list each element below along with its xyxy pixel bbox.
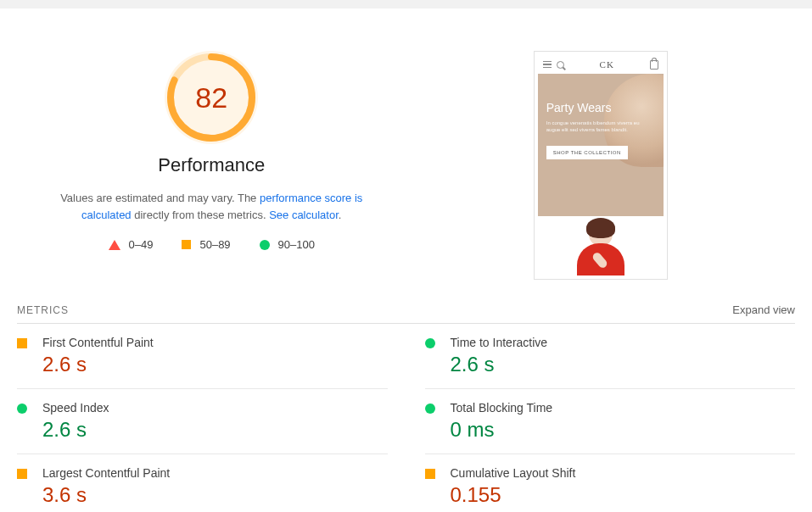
metric-row: Speed Index2.6 s <box>17 389 388 454</box>
performance-description: Values are estimated and may vary. The p… <box>42 190 381 223</box>
metric-status-icon <box>425 469 435 479</box>
preview-hero-subtitle: In congue venenatis bibendum viverra eu … <box>546 120 648 134</box>
metric-body: Largest Contentful Paint3.6 s <box>42 466 388 507</box>
preview-hero: Party Wears In congue venenatis bibendum… <box>538 74 664 216</box>
metric-status-icon <box>17 338 27 348</box>
metric-name: Time to Interactive <box>451 336 796 349</box>
metric-body: Cumulative Layout Shift0.155 <box>451 466 796 507</box>
metric-value: 2.6 s <box>451 353 796 376</box>
person-body <box>577 243 624 275</box>
legend-avg-label: 50–89 <box>199 238 230 251</box>
metric-row: Time to Interactive2.6 s <box>425 324 796 389</box>
legend-fail-label: 0–49 <box>129 238 154 251</box>
window-topbar <box>0 0 812 8</box>
metric-status-icon <box>17 469 27 479</box>
metric-value: 2.6 s <box>42 353 388 376</box>
metric-value: 0.155 <box>451 483 796 507</box>
preview-hero-title: Party Wears <box>546 101 655 114</box>
metric-name: Total Blocking Time <box>451 401 796 415</box>
metric-name: First Contentful Paint <box>42 336 388 349</box>
metrics-column-right: Time to Interactive2.6 sTotal Blocking T… <box>425 324 796 512</box>
legend-fail: 0–49 <box>109 238 154 251</box>
legend-good: 90–100 <box>260 238 315 251</box>
legend-good-label: 90–100 <box>278 238 315 251</box>
metrics-column-left: First Contentful Paint2.6 sSpeed Index2.… <box>17 324 388 512</box>
metric-status-icon <box>17 403 27 414</box>
metric-name: Largest Contentful Paint <box>42 466 388 480</box>
desc-text: . <box>339 209 342 221</box>
metric-name: Cumulative Layout Shift <box>451 466 796 480</box>
metrics-header: METRICS Expand view <box>0 303 812 316</box>
metrics-grid: First Contentful Paint2.6 sSpeed Index2.… <box>0 324 812 512</box>
hamburger-icon <box>543 61 552 69</box>
metric-body: Speed Index2.6 s <box>42 401 388 442</box>
preview-shop-button: SHOP THE COLLECTION <box>546 146 628 159</box>
legend-avg: 50–89 <box>182 238 230 251</box>
metric-row: Cumulative Layout Shift0.155 <box>425 454 796 512</box>
performance-gauge: 82 <box>165 51 258 144</box>
performance-title: Performance <box>158 154 265 176</box>
preview-topbar: CK <box>538 55 664 74</box>
person-hair <box>586 218 615 238</box>
score-legend: 0–49 50–89 90–100 <box>109 238 315 251</box>
metric-body: Time to Interactive2.6 s <box>451 336 796 376</box>
metric-row: Largest Contentful Paint3.6 s <box>17 454 388 512</box>
expand-view-button[interactable]: Expand view <box>732 303 795 316</box>
circle-icon <box>260 240 270 250</box>
metric-value: 0 ms <box>451 418 796 442</box>
metric-status-icon <box>425 338 435 348</box>
screenshot-thumbnail[interactable]: CK Party Wears In congue venenatis biben… <box>534 51 668 280</box>
metric-value: 3.6 s <box>42 483 388 507</box>
preview-person-image <box>576 221 625 275</box>
header-section: 82 Performance Values are estimated and … <box>0 51 812 280</box>
desc-text: Values are estimated and may vary. The <box>60 192 260 204</box>
metric-value: 2.6 s <box>42 418 388 442</box>
see-calculator-link[interactable]: See calculator <box>269 209 339 221</box>
search-icon <box>557 61 564 69</box>
performance-score: 82 <box>165 51 258 144</box>
screenshot-preview-panel: CK Party Wears In congue venenatis biben… <box>406 51 796 280</box>
person-arm <box>591 251 608 270</box>
triangle-icon <box>109 240 120 250</box>
metric-body: First Contentful Paint2.6 s <box>42 336 388 376</box>
metrics-label: METRICS <box>17 304 69 316</box>
metric-row: First Contentful Paint2.6 s <box>17 324 388 389</box>
performance-panel: 82 Performance Values are estimated and … <box>17 51 406 280</box>
shopping-bag-icon <box>650 60 658 70</box>
preview-inner: CK Party Wears In congue venenatis biben… <box>538 55 664 275</box>
preview-logo: CK <box>569 59 645 70</box>
metric-status-icon <box>425 403 435 414</box>
preview-lower <box>538 216 664 275</box>
square-icon <box>182 240 191 249</box>
metric-row: Total Blocking Time0 ms <box>425 389 796 454</box>
metric-body: Total Blocking Time0 ms <box>451 401 796 442</box>
metric-name: Speed Index <box>42 401 388 415</box>
desc-text: directly from these metrics. <box>132 209 270 221</box>
